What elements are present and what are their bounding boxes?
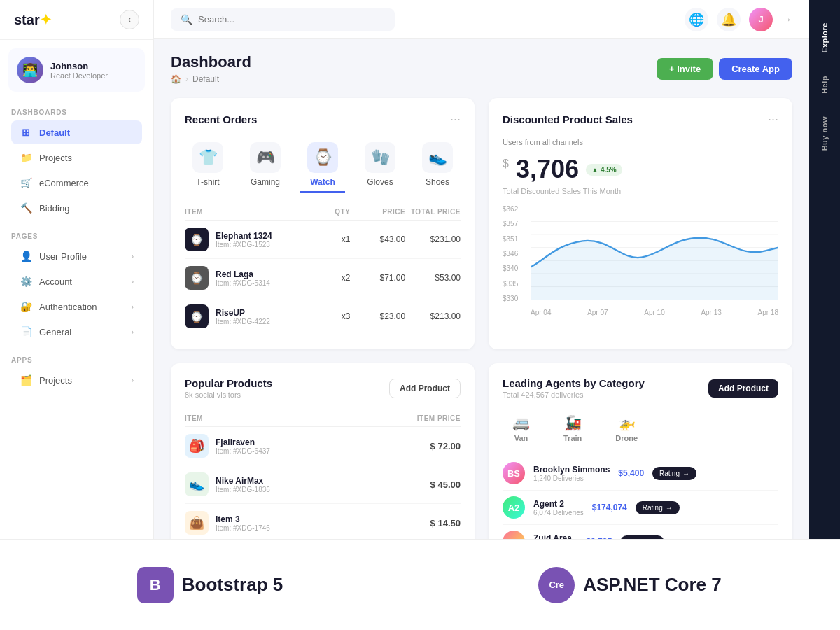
sidebar-item-ecommerce[interactable]: 🛒 eCommerce — [11, 171, 142, 195]
recent-orders-header: Recent Orders ··· — [185, 112, 461, 127]
sidebar-item-label: Authentication — [39, 302, 97, 312]
discounted-sales-card: Discounted Product Sales ··· Users from … — [489, 98, 792, 349]
card-menu-icon[interactable]: ··· — [450, 112, 461, 127]
invite-button[interactable]: + Invite — [657, 58, 713, 80]
tab-gloves[interactable]: 🧤 Gloves — [358, 138, 402, 192]
user-avatar-header[interactable]: J — [749, 8, 773, 31]
header: 🔍 🌐 🔔 J → — [154, 0, 809, 39]
main-cards-row: Recent Orders ··· 👕 T-shirt 🎮 Gaming ⌚ — [171, 98, 792, 349]
user-avatar: 👨‍💻 — [17, 57, 43, 83]
item-thumb: ⌚ — [185, 304, 209, 328]
notifications-button[interactable]: 🔔 — [717, 8, 741, 31]
page-header: Dashboard 🏠 › Default + Invite Create Ap… — [171, 53, 792, 84]
shoes-tab-label: Shoes — [426, 177, 449, 187]
sidebar-item-label: Projects — [39, 375, 72, 386]
y-label: $362 — [503, 205, 525, 213]
tab-watch[interactable]: ⌚ Watch — [300, 138, 345, 192]
sidebar-item-bidding[interactable]: 🔨 Bidding — [11, 196, 142, 220]
sales-label: Total Discounted Sales This Month — [503, 187, 778, 195]
agent-row: A2 Agent 2 6,074 Deliveries $174,074 Rat… — [503, 491, 778, 525]
arrow-right-icon: → — [666, 504, 673, 512]
item-details: Red Laga Item: #XDG-5314 — [216, 270, 270, 287]
agents-add-button[interactable]: Add Product — [708, 379, 778, 398]
leading-agents-card: Leading Agents by Category Total 424,567… — [489, 363, 792, 573]
user-card: 👨‍💻 Johnson React Developer — [8, 48, 145, 92]
title-section: Dashboard 🏠 › Default — [171, 53, 251, 84]
cell-price: $43.00 — [350, 234, 405, 244]
cell-qty: x3 — [295, 312, 351, 321]
theme-button[interactable]: 🌐 — [685, 8, 708, 31]
tab-shoes[interactable]: 👟 Shoes — [415, 138, 460, 192]
agents-title: Leading Agents by Category — [503, 377, 645, 389]
watch-tab-label: Watch — [310, 177, 335, 187]
sidebar-item-label: Default — [39, 127, 70, 138]
badge-value: 4.5% — [601, 166, 617, 174]
table-row: ⌚ Red Laga Item: #XDG-5314 x2 $71.00 $53… — [185, 259, 461, 298]
sales-amount: $ 3,706 ▲ 4.5% — [503, 155, 778, 184]
search-input[interactable] — [198, 14, 385, 24]
auth-icon: 🔐 — [20, 300, 32, 313]
sidebar-item-projects-app[interactable]: 🗂️ Projects › — [11, 368, 142, 392]
collapse-button[interactable]: ‹ — [120, 10, 139, 29]
cell-total: $213.00 — [405, 312, 461, 321]
projects-icon: 📁 — [20, 151, 32, 164]
breadcrumb-current: Default — [192, 74, 219, 84]
sidebar-item-general[interactable]: 📄 General › — [11, 320, 142, 344]
shoes-tab-icon: 👟 — [422, 142, 453, 173]
agent-tab-train[interactable]: 🚂 Train — [554, 410, 592, 447]
rating-button[interactable]: Rating → — [652, 467, 696, 480]
y-label: $351 — [503, 235, 525, 243]
agent-avatar: ZA — [503, 531, 525, 553]
y-label: $335 — [503, 280, 525, 288]
sales-subtitle: Users from all channels — [503, 138, 778, 146]
sales-number: 3,706 — [516, 155, 579, 184]
prod-name: Nike AirMax — [216, 476, 270, 486]
right-bar-buy-now[interactable]: Buy now — [815, 105, 834, 162]
right-bar-explore[interactable]: Explore — [815, 11, 834, 64]
sidebar-item-account[interactable]: ⚙️ Account › — [11, 270, 142, 293]
forward-icon[interactable]: → — [781, 13, 792, 26]
sidebar-item-default[interactable]: ⊞ Default — [11, 120, 142, 144]
arrow-right-icon: → — [650, 538, 657, 546]
agent-tab-van[interactable]: 🚐 Van — [503, 410, 540, 447]
line-chart-svg — [531, 205, 778, 303]
chevron-icon: › — [132, 253, 134, 260]
prod-col-price: ITEM PRICE — [369, 414, 461, 422]
ecommerce-icon: 🛒 — [20, 176, 32, 189]
agent-tab-drone[interactable]: 🚁 Drone — [606, 410, 648, 447]
x-label: Apr 13 — [701, 309, 721, 316]
agent-avatar: BS — [503, 462, 525, 484]
tab-gaming[interactable]: 🎮 Gaming — [243, 138, 288, 192]
account-icon: ⚙️ — [20, 275, 32, 288]
prod-table-header: ITEM ITEM PRICE — [185, 410, 461, 427]
sidebar-item-authentication[interactable]: 🔐 Authentication › — [11, 295, 142, 318]
sidebar-item-user-profile[interactable]: 👤 User Profile › — [11, 244, 142, 268]
recent-orders-card: Recent Orders ··· 👕 T-shirt 🎮 Gaming ⌚ — [171, 98, 475, 349]
y-label: $330 — [503, 295, 525, 302]
prod-row: 🎒 Fjallraven Item: #XDG-6437 $ 72.00 — [185, 427, 461, 465]
add-product-button[interactable]: Add Product — [389, 379, 461, 398]
rating-button[interactable]: Rating → — [636, 501, 680, 514]
y-label: $346 — [503, 250, 525, 258]
create-app-button[interactable]: Create App — [719, 58, 792, 80]
item-id: Item: #XDG-4222 — [216, 318, 270, 326]
x-label: Apr 04 — [531, 309, 551, 316]
prod-row: 👜 Item 3 Item: #XDG-1746 $ 14.50 — [185, 504, 461, 542]
item-id: Item: #XDG-1523 — [216, 241, 272, 248]
prod-id: Item: #XDG-1746 — [216, 524, 270, 532]
gaming-tab-icon: 🎮 — [250, 142, 281, 173]
agent-earnings: $2,737 — [586, 537, 612, 547]
rating-button[interactable]: Rating → — [620, 536, 664, 549]
breadcrumb-home-icon: 🏠 — [171, 74, 181, 84]
sidebar-item-projects[interactable]: 📁 Projects — [11, 146, 142, 169]
right-bar-help[interactable]: Help — [815, 64, 834, 105]
prod-thumb: 👟 — [185, 472, 209, 496]
van-icon: 🚐 — [512, 414, 530, 431]
prod-item-info: 👟 Nike AirMax Item: #XDG-1836 — [185, 472, 369, 496]
col-item: ITEM — [185, 208, 295, 216]
tab-tshirt[interactable]: 👕 T-shirt — [186, 138, 230, 192]
item-details: RiseUP Item: #XDG-4222 — [216, 308, 270, 326]
sales-menu-icon[interactable]: ··· — [768, 112, 778, 127]
agent-info: Brooklyn Simmons 1,240 Deliveries — [533, 465, 610, 482]
prod-price: $ 45.00 — [369, 479, 461, 490]
